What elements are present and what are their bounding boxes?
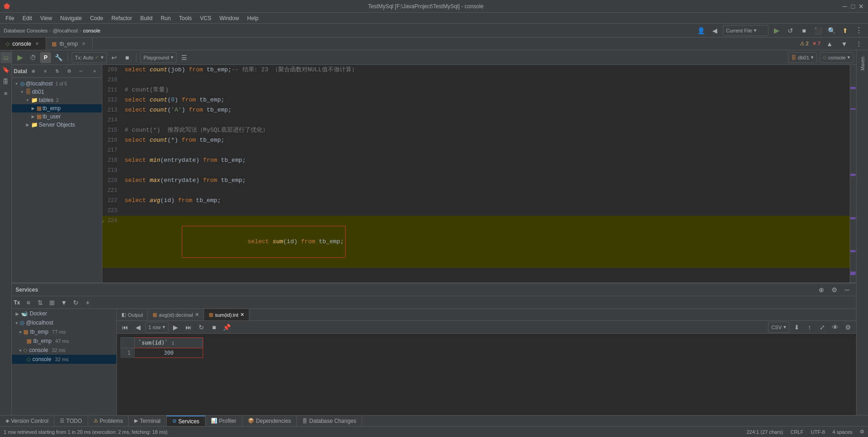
result-pin-btn[interactable]: 📌: [221, 322, 232, 333]
avg-tab-close[interactable]: ✕: [195, 312, 199, 318]
service-tb-emp-77[interactable]: ▾ ▦ tb_emp 77 ms: [12, 327, 116, 336]
expand-editor-btn[interactable]: ▼: [839, 38, 850, 49]
tab-console[interactable]: ◇ console ✕: [0, 37, 46, 50]
nav-tab-dependencies[interactable]: 📦 Dependencies: [242, 416, 297, 426]
close-button[interactable]: ✕: [858, 3, 864, 10]
line-content-211[interactable]: # count(常量): [123, 85, 850, 95]
sidebar-icon2[interactable]: ≡: [40, 66, 51, 77]
status-indent[interactable]: 4 spaces: [832, 429, 852, 435]
services-settings-btn[interactable]: ⚙: [829, 284, 840, 295]
more-tabs-btn[interactable]: ⋮: [853, 38, 864, 49]
minimize-button[interactable]: ─: [842, 3, 848, 10]
undo-btn[interactable]: ↩: [109, 52, 120, 63]
service-console-32-parent[interactable]: ▾ ◇ console 32 ms: [12, 346, 116, 355]
svc-filter-btn[interactable]: ▼: [58, 297, 69, 308]
svc-align2-btn[interactable]: ⇅: [35, 297, 46, 308]
nav-tab-services[interactable]: ⚙ Services: [167, 416, 205, 426]
toolbar-stop2-button[interactable]: ⬛: [812, 25, 823, 36]
menu-window[interactable]: Window: [216, 14, 243, 22]
tree-tables[interactable]: ▾ 📁 tables 2: [12, 96, 102, 104]
maximize-button[interactable]: □: [850, 3, 856, 10]
upload-btn[interactable]: ↑: [804, 322, 815, 333]
editor-content[interactable]: 209 select count(job) from tb_emp;-- 结果:…: [102, 65, 850, 282]
result-last-btn[interactable]: ⏭: [183, 322, 194, 333]
line-content-222[interactable]: select avg(id) from tb_emp;: [123, 196, 850, 206]
tree-localhost[interactable]: ▾ ◎ @localhost 1 of 5: [12, 80, 102, 88]
sidebar-expand-btn[interactable]: »: [89, 66, 100, 77]
status-crlf[interactable]: CRLF: [790, 429, 804, 435]
menu-navigate[interactable]: Navigate: [57, 14, 85, 22]
expand-btn[interactable]: ⤢: [817, 322, 828, 333]
service-localhost[interactable]: ▾ ◎ @localhost: [12, 318, 116, 327]
side-icon-database[interactable]: 🗄: [0, 76, 11, 87]
result-table-container[interactable]: `sum(id)` : 1 300: [117, 334, 856, 415]
tab-tb-emp[interactable]: ▦ tb_emp ✕: [46, 37, 93, 50]
console-dropdown[interactable]: ◇ console ▾: [820, 52, 853, 63]
line-content-216[interactable]: select count(*) from tb_emp;: [123, 135, 850, 145]
nav-tab-problems[interactable]: ⚠ Problems: [88, 416, 129, 426]
breadcrumb-db-consoles[interactable]: Database Consoles: [4, 28, 47, 33]
menu-view[interactable]: View: [37, 14, 56, 22]
sidebar-icon1[interactable]: ⊕: [28, 66, 39, 77]
p-btn[interactable]: P: [40, 52, 51, 63]
toolbar-search-button[interactable]: 🔍: [826, 25, 837, 36]
current-file-dropdown[interactable]: Current File ▾: [723, 25, 768, 36]
run-green-button[interactable]: ▶: [771, 25, 782, 36]
line-content-215[interactable]: # count(*) 推荐此写法（MySQL底层进行了优化）: [123, 125, 850, 135]
nav-tab-terminal[interactable]: ▶ Terminal: [129, 416, 166, 426]
breadcrumb-localhost[interactable]: @localhost: [53, 28, 78, 33]
line-content-218[interactable]: select min(entrydate) from tb_emp;: [123, 155, 850, 165]
console-tab-close[interactable]: ✕: [34, 41, 40, 47]
sidebar-icon5[interactable]: ─: [75, 66, 86, 77]
title-right[interactable]: ─ □ ✕: [842, 3, 864, 10]
services-expand-btn[interactable]: ⊕: [816, 284, 827, 295]
tb-emp-tab-close[interactable]: ✕: [80, 41, 87, 47]
side-icon-bookmarks[interactable]: 🔖: [0, 64, 11, 75]
profile-button[interactable]: 👤: [695, 25, 706, 36]
services-close-btn[interactable]: ─: [842, 284, 852, 295]
result-settings-btn[interactable]: ⚙: [842, 322, 853, 333]
nav-tab-database-changes[interactable]: 🗄 Database Changes: [297, 416, 362, 426]
stop-btn[interactable]: ■: [121, 52, 132, 63]
menu-run[interactable]: Run: [157, 14, 174, 22]
menu-file[interactable]: File: [2, 14, 18, 22]
service-tb-emp-47[interactable]: ▦ tb_emp 47 ms: [12, 336, 116, 346]
tree-tb-emp[interactable]: ▶ ▦ tb_emp: [12, 104, 102, 112]
side-icon-structure[interactable]: ≡: [0, 88, 11, 99]
result-prev-btn[interactable]: ◀: [132, 322, 143, 333]
result-next-btn[interactable]: ▶: [170, 322, 181, 333]
nav-tab-profiler[interactable]: 📊 Profiler: [205, 416, 242, 426]
service-console-32-child[interactable]: ◇ console 32 ms: [12, 355, 116, 364]
line-content-224[interactable]: select sum(id) from tb_emp;: [123, 216, 850, 268]
svc-refresh-btn[interactable]: ↻: [70, 297, 81, 308]
svc-group-btn[interactable]: ⊞: [47, 297, 58, 308]
side-icon-project[interactable]: 🗂: [0, 52, 11, 63]
sum-tab-close[interactable]: ✕: [240, 312, 244, 318]
row-count-dropdown[interactable]: 1 row ▾: [145, 322, 168, 333]
sum-value-1[interactable]: 300: [135, 348, 203, 358]
toolbar-more-button[interactable]: ⋮: [853, 25, 864, 36]
nav-tab-todo[interactable]: ☰ TODO: [54, 416, 88, 426]
menu-help[interactable]: Help: [243, 14, 262, 22]
svc-align-btn[interactable]: ≡: [23, 297, 34, 308]
status-settings-icon[interactable]: ⚙: [860, 429, 864, 435]
result-first-btn[interactable]: ⏮: [120, 322, 131, 333]
menu-build[interactable]: Build: [137, 14, 156, 22]
sidebar-icon4[interactable]: ⚙: [63, 66, 74, 77]
sidebar-icon3[interactable]: ⇅: [52, 66, 63, 77]
toolbar-stop-button[interactable]: ■: [799, 25, 810, 36]
tx-auto-dropdown[interactable]: Tx: Auto ✓ ▾: [72, 52, 107, 63]
code-editor[interactable]: 209 select count(job) from tb_emp;-- 结果:…: [102, 65, 856, 282]
toolbar-update-button[interactable]: ⬆: [840, 25, 851, 36]
collapse-editor-btn[interactable]: ▲: [824, 38, 835, 49]
clock-btn[interactable]: ⏱: [27, 52, 38, 63]
db01-dropdown[interactable]: 🗄 db01 ▾: [788, 52, 817, 63]
status-encoding[interactable]: UTF-8: [811, 429, 825, 435]
service-docker[interactable]: ▶ 🐋 Docker: [12, 309, 116, 318]
list-btn[interactable]: ☰: [179, 52, 189, 63]
run-btn[interactable]: ▶: [15, 52, 26, 63]
menu-vcs[interactable]: VCS: [196, 14, 215, 22]
menu-refactor[interactable]: Refactor: [108, 14, 136, 22]
wrench-btn[interactable]: 🔧: [53, 52, 64, 63]
export-btn[interactable]: ⬇: [791, 322, 802, 333]
